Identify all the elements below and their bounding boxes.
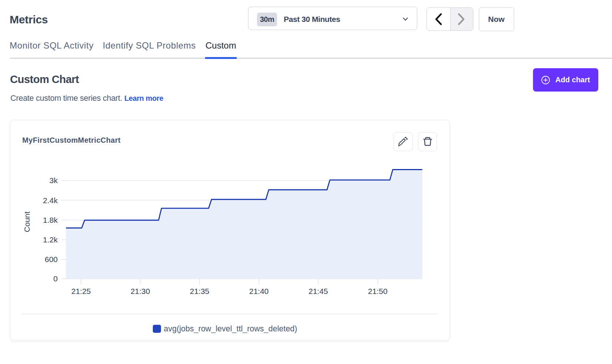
svg-text:1.8k: 1.8k [43, 216, 58, 224]
svg-text:2.4k: 2.4k [43, 196, 58, 205]
svg-text:3k: 3k [49, 176, 58, 185]
svg-text:21:45: 21:45 [309, 287, 328, 295]
svg-text:avg(jobs_row_level_ttl_rows_de: avg(jobs_row_level_ttl_rows_deleted) [164, 324, 297, 333]
svg-text:21:30: 21:30 [131, 287, 150, 295]
svg-text:21:25: 21:25 [71, 287, 91, 295]
svg-text:0: 0 [53, 274, 58, 283]
svg-text:Count: Count [23, 211, 31, 232]
svg-text:21:40: 21:40 [249, 287, 269, 295]
svg-text:1.2k: 1.2k [43, 235, 58, 244]
svg-text:21:35: 21:35 [190, 287, 210, 295]
svg-text:600: 600 [45, 255, 57, 264]
svg-text:21:50: 21:50 [368, 287, 388, 295]
